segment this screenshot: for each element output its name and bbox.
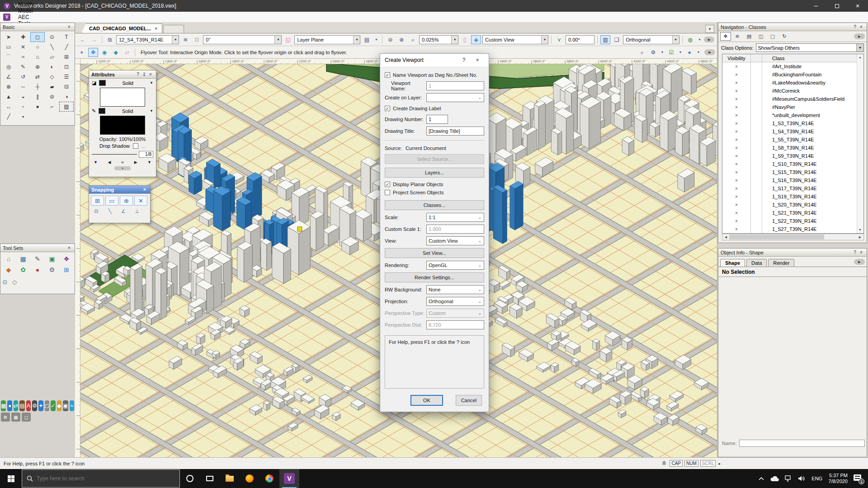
diagonal-line-tool[interactable]: ╱ xyxy=(59,42,74,52)
dot-tool[interactable]: ● xyxy=(30,102,45,112)
offset-tool[interactable]: ▪ xyxy=(16,112,30,122)
class-name[interactable]: 1_S4_T39N_R14E xyxy=(762,129,863,134)
help-icon[interactable]: ? xyxy=(135,72,141,77)
freehand-tool[interactable]: ≈ xyxy=(16,52,30,62)
attr-prev-icon[interactable]: ◀ xyxy=(108,160,111,164)
gem-icon[interactable]: ◆ xyxy=(57,400,62,411)
tab-list-dropdown[interactable]: ▼ xyxy=(705,25,714,33)
misc-tool-set[interactable]: ◇ xyxy=(12,277,17,287)
attr-dropdown-right-icon[interactable]: ▼ xyxy=(147,160,151,164)
magnifier-icon[interactable]: ⌕ xyxy=(408,35,418,44)
close-icon[interactable]: × xyxy=(142,187,148,192)
quick-pref-check-icon[interactable]: ☑ xyxy=(666,48,676,57)
visibility-mark[interactable]: × xyxy=(722,104,750,110)
class-name[interactable]: #BuckinghamFountain xyxy=(762,72,863,77)
detailing-tool-set[interactable]: ▣ xyxy=(45,253,59,264)
vertical-scrollbar[interactable]: ▲ ▼ xyxy=(857,54,863,233)
plane-combo[interactable]: Layer Plane▼ xyxy=(294,35,360,44)
visibility-mark[interactable]: × xyxy=(722,226,750,232)
attr-next-icon[interactable]: ▶ xyxy=(134,160,137,164)
preferences-magnifier-icon[interactable]: ⌕ xyxy=(637,48,647,57)
scroll-up-icon[interactable]: ▲ xyxy=(857,54,863,61)
back-icon[interactable]: ← xyxy=(78,35,88,44)
class-row[interactable]: × #McCormick xyxy=(722,87,863,95)
viewports-tab-icon[interactable]: ◫ xyxy=(755,32,766,41)
render-sphere-icon[interactable]: ● xyxy=(684,48,694,57)
fill-style-value[interactable]: Solid xyxy=(108,80,147,86)
scroll-left-icon[interactable]: ◀ xyxy=(722,234,729,240)
new-tab-stub[interactable] xyxy=(163,25,184,33)
horizontal-scrollbar[interactable]: ◀ ▶ xyxy=(722,234,864,240)
tool-sets-header[interactable]: Tool Sets × xyxy=(0,244,75,252)
toolbar-overflow-button[interactable]: ▶ xyxy=(704,37,714,42)
class-row[interactable]: × 1_S27_T39N_R14E xyxy=(722,225,863,233)
sheet-dropdown-icon[interactable]: ▼ xyxy=(373,35,379,44)
references-tab-icon[interactable]: ↻ xyxy=(779,32,790,41)
class-row[interactable]: × #NavyPier xyxy=(722,103,863,111)
visibility-mark[interactable]: × xyxy=(722,178,750,183)
visualization-tool-set[interactable]: ⊙ xyxy=(2,277,8,287)
close-icon[interactable]: × xyxy=(66,245,72,250)
class-name[interactable]: 1_S3_T39N_R14E xyxy=(762,121,863,126)
name-as-dwg-checkbox[interactable]: ✓ xyxy=(385,72,390,78)
taskbar-search[interactable] xyxy=(22,469,180,488)
sheet-layers-tab-icon[interactable]: ▤ xyxy=(744,32,755,41)
class-name[interactable]: #Art_Institute xyxy=(762,64,863,69)
set-view-button[interactable]: Set View... xyxy=(385,248,484,258)
clip-tool[interactable]: ⊡ xyxy=(59,62,74,72)
action-center-button[interactable]: 1 xyxy=(854,474,863,483)
class-table-header[interactable]: Visibility Class xyxy=(722,54,863,62)
help-icon[interactable]: ? xyxy=(852,250,858,255)
sphere-dropdown-icon[interactable]: ▼ xyxy=(696,48,701,57)
flyover-origin-mode-icon[interactable]: ⌖ xyxy=(77,48,87,57)
pen-tool[interactable]: ✎ xyxy=(16,62,30,72)
class-name[interactable]: 1_S15_T39N_R14E xyxy=(762,169,863,175)
classes-tab-icon[interactable]: ❖ xyxy=(720,32,731,41)
class-name[interactable]: #LakeMeadows&nearby xyxy=(762,80,863,85)
snap-object[interactable]: ▭ xyxy=(105,196,118,206)
chevron-down-icon[interactable]: ▼ xyxy=(856,44,863,52)
class-row[interactable]: × 1_S16_T39N_R14E xyxy=(722,176,863,184)
render-mode-icon[interactable]: ▧ xyxy=(600,35,610,44)
drop-shadow-more[interactable]: ... xyxy=(142,143,146,149)
pane-layout-icon[interactable]: ❏ xyxy=(612,35,622,44)
oval-tool[interactable]: ○ xyxy=(30,42,45,52)
fill-preview[interactable] xyxy=(100,88,145,107)
taskbar-firefox-button[interactable] xyxy=(240,469,259,488)
menu-item[interactable]: Model xyxy=(14,8,42,14)
drawing-number-input[interactable]: 1 xyxy=(426,115,448,124)
spotlight-tool-set[interactable]: ● xyxy=(30,264,45,275)
mirror-tool[interactable]: ⇄ xyxy=(30,72,45,82)
tray-expand-icon[interactable] xyxy=(759,477,764,480)
grid-icon[interactable]: ▣ xyxy=(63,400,68,411)
visibility-mark[interactable]: × xyxy=(722,129,750,134)
walls-tool-set[interactable]: ⌂ xyxy=(1,253,16,264)
tab-render[interactable]: Render xyxy=(768,259,794,267)
project-screen-checkbox[interactable] xyxy=(385,190,390,195)
pen-style-value[interactable]: Solid xyxy=(108,108,147,114)
status-expand-icon[interactable]: ▸ xyxy=(718,461,721,466)
attr-link-icon[interactable]: ∞ xyxy=(121,160,124,164)
circle-tool[interactable]: ◎ xyxy=(1,62,16,72)
viewport-name-input[interactable]: 1 xyxy=(426,81,484,90)
sparkle-icon[interactable]: ✦ xyxy=(38,400,43,411)
class-row[interactable]: × #BuckinghamFountain xyxy=(722,70,863,79)
close-icon[interactable]: × xyxy=(66,24,72,29)
onedrive-icon[interactable] xyxy=(770,476,779,482)
projection-select[interactable]: Orthogonal⌄ xyxy=(426,297,484,306)
check-dropdown-icon[interactable]: ▼ xyxy=(678,48,683,57)
help-icon[interactable]: ? xyxy=(852,24,858,29)
furnishing-tool-set[interactable]: ❖ xyxy=(59,253,74,264)
class-name[interactable]: 1_S16_T39N_R14E xyxy=(762,178,863,183)
pen-icon[interactable]: ✎ xyxy=(92,108,96,114)
class-name[interactable]: 1_S22_T39N_R14E xyxy=(762,218,863,224)
stretch-tool[interactable]: ↔ xyxy=(1,102,16,112)
flyover-tool[interactable]: ◻ xyxy=(30,32,45,42)
site-planning-tool-set[interactable]: ✿ xyxy=(16,264,30,275)
taskbar-vectorworks-button[interactable]: V xyxy=(279,469,299,488)
taskbar-cortana-button[interactable] xyxy=(180,469,200,488)
snap-perpendicular[interactable]: ⊥ xyxy=(132,208,142,215)
class-row[interactable]: × 1_S22_T39N_R14E xyxy=(722,217,863,225)
settings-icon[interactable]: ⚙ xyxy=(32,400,37,411)
ok-button[interactable]: OK xyxy=(410,395,443,406)
